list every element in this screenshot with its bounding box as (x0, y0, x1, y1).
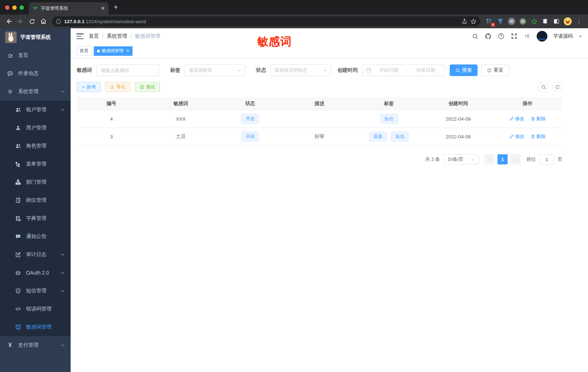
sidebar-item-system-management[interactable]: 系统管理 (0, 83, 71, 101)
window-minimize-button[interactable] (12, 5, 17, 10)
goto-page-input[interactable] (539, 154, 554, 164)
back-button[interactable] (4, 16, 14, 26)
help-icon[interactable] (497, 33, 505, 40)
favicon-plant-icon (33, 6, 38, 11)
new-tab-button[interactable]: + (114, 3, 118, 12)
user-menu-caret-icon[interactable]: ▼ (579, 34, 582, 38)
search-icon[interactable] (471, 33, 479, 40)
sidebar-item-payment-management[interactable]: ¥ 支付管理 (0, 336, 71, 354)
page-number-button[interactable]: 1 (497, 154, 508, 164)
refresh-table-button[interactable] (552, 82, 562, 92)
site-info-icon[interactable] (56, 19, 61, 24)
tag-select[interactable]: 请选择标签 (185, 64, 245, 76)
side-panel-icon[interactable] (553, 17, 560, 25)
username-text: 芋道源码 (553, 33, 573, 39)
tag-home[interactable]: 首页 (76, 46, 92, 56)
prev-page-button[interactable]: ‹ (484, 154, 495, 164)
plus-icon: + (82, 84, 85, 90)
browser-tab-strip: 芋道管理系统 ✕ + (0, 0, 588, 14)
sidebar-item-dict-management[interactable]: 字典管理 (0, 209, 71, 227)
search-button[interactable]: 搜索 (450, 64, 478, 76)
github-icon[interactable] (484, 33, 492, 40)
breadcrumb: 首页 / 系统管理 / 敏感词管理 (89, 33, 160, 39)
sidebar-item-sms-management[interactable]: 短信管理 (0, 282, 71, 300)
sidebar-item-menu-management[interactable]: 菜单管理 (0, 155, 71, 173)
status-select[interactable]: 请选择启用状态 (270, 64, 331, 76)
extension-command-icon[interactable]: ⌘ (508, 17, 516, 25)
test-button[interactable]: 测试 (135, 82, 160, 92)
robot-face-icon (15, 270, 21, 276)
breadcrumb-home[interactable]: 首页 (89, 33, 99, 39)
extensions-puzzle-icon[interactable] (541, 17, 549, 25)
breadcrumb-system[interactable]: 系统管理 (107, 33, 127, 39)
reload-button[interactable] (27, 16, 37, 26)
extension-funnel-icon[interactable] (496, 17, 504, 25)
extension-record-icon[interactable] (519, 17, 527, 25)
browser-tab[interactable]: 芋道管理系统 ✕ (29, 2, 109, 14)
date-range-picker[interactable]: 开始日期 - 结束日期 (362, 64, 445, 76)
cell-tags: 蔬菜 短信 (354, 131, 424, 142)
add-button[interactable]: + 新增 (77, 82, 101, 92)
show-search-toggle-button[interactable] (538, 82, 549, 92)
sidebar-item-user-management[interactable]: 用户管理 (0, 119, 71, 137)
window-close-button[interactable] (5, 5, 9, 10)
user-icon (15, 125, 21, 131)
page-content: 敏感词 标签 请选择标签 状态 请选择启用状态 创建时间 开始日 (71, 58, 562, 164)
user-avatar[interactable] (537, 31, 547, 42)
sidebar-item-post-management[interactable]: 岗位管理 (0, 191, 71, 209)
status-filter-label: 状态 (256, 67, 266, 74)
profile-avatar-icon[interactable] (564, 17, 572, 25)
tag-sensitive-word[interactable]: 敏感词管理 ✕ (94, 46, 133, 56)
extension-grid-icon[interactable]: 9 (485, 17, 493, 25)
browser-menu-icon[interactable]: ⋮ (575, 17, 583, 25)
col-tags: 标签 (354, 100, 424, 107)
tag-close-icon[interactable]: ✕ (126, 49, 129, 53)
tab-close-icon[interactable]: ✕ (101, 5, 105, 11)
message-dots-icon (15, 234, 21, 239)
sidebar-item-oauth[interactable]: OAuth 2.0 (0, 264, 71, 282)
export-button[interactable]: 导出 (105, 82, 130, 92)
sidebar-item-sensitive-word-management[interactable]: 敏感词管理 (0, 318, 71, 336)
font-size-icon[interactable]: тT (524, 33, 531, 40)
tag-badge: 蔬菜 (369, 131, 387, 142)
sidebar-item-department-management[interactable]: 部门管理 (0, 173, 71, 191)
window-maximize-button[interactable] (20, 5, 24, 10)
delete-link[interactable]: 删除 (531, 116, 546, 122)
sidebar-item-home[interactable]: 首页 (0, 46, 71, 64)
select-caret-icon (323, 68, 327, 72)
chevron-down-icon (60, 252, 65, 257)
extension-badge: 9 (491, 23, 495, 27)
tag-filter-label: 标签 (170, 67, 180, 74)
url-bar[interactable]: 127.0.0.1:1024/system/sensitive-word (52, 16, 480, 26)
sidebar-item-tenant-management[interactable]: 租户管理 (0, 101, 71, 119)
edit-link[interactable]: 修改 (509, 116, 524, 122)
sensitive-word-table: 编号 敏感词 状态 描述 标签 创建时间 操作 4 XXX 开启 短信 2022… (77, 97, 562, 146)
sidebar-collapse-icon[interactable] (76, 33, 84, 39)
reset-button[interactable]: 重置 (481, 64, 509, 76)
home-button[interactable] (38, 16, 49, 26)
page-size-select[interactable]: 10条/页 (444, 154, 479, 164)
table-toolbar: + 新增 导出 测试 (77, 82, 562, 92)
delete-link[interactable]: 删除 (531, 133, 546, 140)
cell-ops: 修改 删除 (493, 133, 562, 140)
tree-list-icon (15, 161, 21, 167)
next-page-button[interactable]: › (511, 154, 521, 164)
bookmark-star-icon[interactable] (470, 18, 476, 25)
extension-star-icon[interactable] (530, 17, 538, 25)
cell-created: 2022-04-08 (424, 116, 493, 122)
share-icon[interactable] (462, 18, 467, 24)
sidebar-item-notice-announcement[interactable]: 通知公告 (0, 227, 71, 246)
sidebar-logo[interactable]: 芋道管理系统 (0, 28, 71, 46)
sidebar-item-error-code-management[interactable]: 错误码管理 (0, 300, 71, 318)
forward-button[interactable] (15, 16, 25, 26)
fullscreen-icon[interactable] (511, 33, 518, 40)
edit-link[interactable]: 修改 (509, 133, 524, 140)
page-unit-label: 页 (558, 156, 562, 163)
app-title: 芋道管理系统 (20, 34, 51, 41)
sidebar-item-role-management[interactable]: 角色管理 (0, 137, 71, 155)
keyword-input[interactable] (96, 64, 159, 76)
pencil-icon (509, 117, 514, 121)
sidebar-item-audit-log[interactable]: 审计日志 (0, 246, 71, 264)
sidebar-item-author-news[interactable]: 作者动态 (0, 64, 71, 83)
chevron-down-icon (60, 108, 65, 112)
